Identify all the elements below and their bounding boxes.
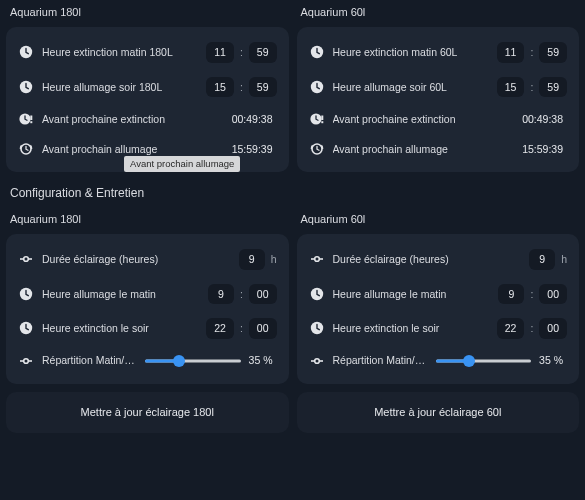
row-label: Durée éclairage (heures)	[333, 253, 522, 266]
clock-alert-icon	[309, 111, 325, 127]
row-label: Avant prochain allumage	[333, 143, 515, 156]
time-colon: :	[530, 46, 533, 59]
update-button-60[interactable]: Mettre à jour éclairage 60l	[297, 392, 580, 433]
time-hour-input[interactable]: 22	[206, 318, 234, 339]
row-label: Heure allumage le matin	[42, 288, 200, 301]
row-label: Heure extinction matin 60L	[333, 46, 489, 59]
data-row: Heure extinction le soir 22 : 00	[8, 311, 287, 346]
time-hour-input[interactable]: 11	[206, 42, 234, 63]
time-colon: :	[240, 288, 243, 301]
time-hour-input[interactable]: 15	[497, 77, 525, 98]
number-input[interactable]: 9	[529, 249, 555, 270]
config-panel-title-180: Aquarium 180l	[6, 207, 289, 234]
config-header: Configuration & Entretien	[0, 172, 585, 206]
time-colon: :	[530, 288, 533, 301]
data-row: Durée éclairage (heures) 9 h	[299, 242, 578, 277]
time-hour-input[interactable]: 22	[497, 318, 525, 339]
row-label: Heure allumage soir 60L	[333, 81, 489, 94]
row-label: Heure extinction matin 180L	[42, 46, 198, 59]
slider-label: Répartition Matin/Soir ...	[42, 354, 137, 367]
panel-title-60: Aquarium 60l	[297, 0, 580, 27]
clock-icon	[18, 44, 34, 60]
row-label: Avant prochain allumage	[42, 143, 224, 156]
slider-value: 35 %	[539, 354, 567, 367]
readonly-value: 00:49:38	[232, 113, 277, 126]
slider-row: Répartition Matin/Soir ... 35 %	[8, 346, 287, 376]
clock-ring-icon	[309, 141, 325, 157]
clock-icon	[309, 44, 325, 60]
time-colon: :	[240, 81, 243, 94]
time-hour-input[interactable]: 9	[498, 284, 524, 305]
clock-icon	[309, 79, 325, 95]
time-minute-input[interactable]: 59	[249, 42, 277, 63]
slider-track[interactable]	[145, 354, 240, 368]
data-row: Heure allumage le matin 9 : 00	[8, 277, 287, 312]
slider-track[interactable]	[436, 354, 531, 368]
data-row: Heure allumage soir 180L 15 : 59	[8, 70, 287, 105]
time-hour-input[interactable]: 11	[497, 42, 525, 63]
time-colon: :	[530, 81, 533, 94]
slider-value: 35 %	[249, 354, 277, 367]
clock-icon	[18, 286, 34, 302]
time-minute-input[interactable]: 00	[539, 284, 567, 305]
row-label: Avant prochaine extinction	[42, 113, 224, 126]
row-label: Heure allumage le matin	[333, 288, 491, 301]
data-row: Heure allumage le matin 9 : 00	[299, 277, 578, 312]
data-row: Heure extinction matin 60L 11 : 59	[299, 35, 578, 70]
clock-icon	[309, 320, 325, 336]
row-label: Heure allumage soir 180L	[42, 81, 198, 94]
time-minute-input[interactable]: 59	[249, 77, 277, 98]
slider-thumb[interactable]	[173, 355, 185, 367]
row-label: Avant prochaine extinction	[333, 113, 515, 126]
data-row: Durée éclairage (heures) 9 h	[8, 242, 287, 277]
readonly-value: 15:59:39	[232, 143, 277, 156]
time-minute-input[interactable]: 00	[249, 284, 277, 305]
time-minute-input[interactable]: 59	[539, 77, 567, 98]
status-card-60: Heure extinction matin 60L 11 : 59 Heure…	[297, 27, 580, 172]
tooltip: Avant prochain allumage	[124, 156, 240, 171]
unit-label: h	[561, 253, 567, 266]
data-row: Avant prochaine extinction00:49:38	[299, 104, 578, 134]
row-label: Heure extinction le soir	[42, 322, 198, 335]
slider-thumb[interactable]	[463, 355, 475, 367]
unit-label: h	[271, 253, 277, 266]
config-card-180: Durée éclairage (heures) 9 h Heure allum…	[6, 234, 289, 384]
time-minute-input[interactable]: 00	[539, 318, 567, 339]
slider-row: Répartition Matin/Soir ... 35 %	[299, 346, 578, 376]
slider-label: Répartition Matin/Soir ...	[333, 354, 428, 367]
panel-title-180: Aquarium 180l	[6, 0, 289, 27]
readonly-value: 00:49:38	[522, 113, 567, 126]
dash-icon	[18, 251, 34, 267]
config-card-60: Durée éclairage (heures) 9 h Heure allum…	[297, 234, 580, 384]
data-row: Heure allumage soir 60L 15 : 59	[299, 70, 578, 105]
data-row: Heure extinction le soir 22 : 00	[299, 311, 578, 346]
clock-icon	[18, 79, 34, 95]
row-label: Heure extinction le soir	[333, 322, 489, 335]
dash-icon	[309, 251, 325, 267]
time-colon: :	[530, 322, 533, 335]
time-minute-input[interactable]: 00	[249, 318, 277, 339]
readonly-value: 15:59:39	[522, 143, 567, 156]
clock-ring-icon	[18, 141, 34, 157]
time-hour-input[interactable]: 15	[206, 77, 234, 98]
data-row: Avant prochain allumage15:59:39Avant pro…	[8, 134, 287, 164]
row-label: Durée éclairage (heures)	[42, 253, 231, 266]
time-hour-input[interactable]: 9	[208, 284, 234, 305]
time-colon: :	[240, 322, 243, 335]
dash-icon	[18, 353, 34, 369]
number-input[interactable]: 9	[239, 249, 265, 270]
clock-icon	[309, 286, 325, 302]
data-row: Avant prochaine extinction00:49:38	[8, 104, 287, 134]
clock-icon	[18, 320, 34, 336]
update-button-180[interactable]: Mettre à jour éclairage 180l	[6, 392, 289, 433]
data-row: Heure extinction matin 180L 11 : 59	[8, 35, 287, 70]
clock-alert-icon	[18, 111, 34, 127]
dash-icon	[309, 353, 325, 369]
time-colon: :	[240, 46, 243, 59]
status-card-180: Heure extinction matin 180L 11 : 59 Heur…	[6, 27, 289, 172]
config-panel-title-60: Aquarium 60l	[297, 207, 580, 234]
time-minute-input[interactable]: 59	[539, 42, 567, 63]
data-row: Avant prochain allumage15:59:39	[299, 134, 578, 164]
